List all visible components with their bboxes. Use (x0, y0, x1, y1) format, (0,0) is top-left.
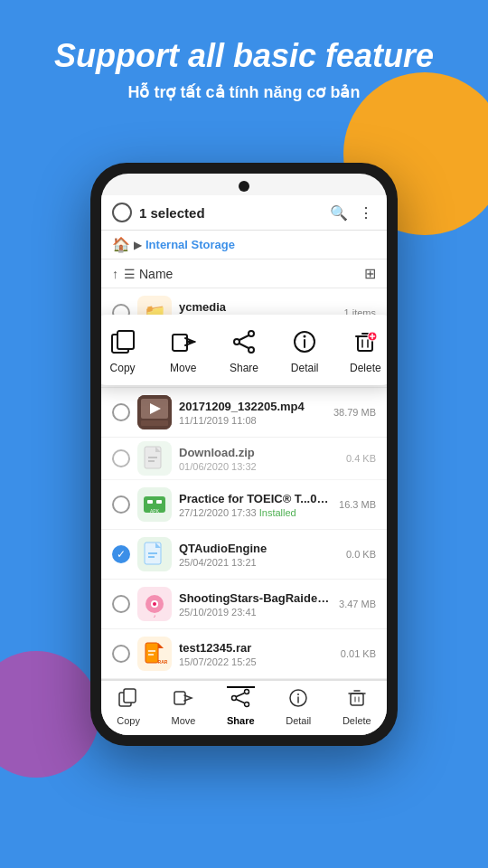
detail-label: Detail (291, 362, 319, 374)
file-size: 0.4 KB (346, 453, 376, 464)
list-item[interactable]: ♪ ShootingStars-BagRaiders-3048692.mp3 2… (101, 580, 387, 629)
bottom-detail-label: Detail (286, 715, 311, 726)
svg-rect-43 (145, 643, 158, 663)
file-icon (137, 441, 172, 476)
list-item[interactable]: Download.zip 01/06/2020 13:32 0.4 KB (101, 438, 387, 480)
file-name: ShootingStars-BagRaiders-3048692.mp3 (179, 591, 332, 605)
bottom-nav-copy[interactable]: Copy (117, 688, 140, 726)
item-checkbox[interactable] (112, 449, 130, 467)
toolbar-detail-button[interactable]: Detail (288, 326, 321, 374)
media-thumb (137, 395, 172, 429)
move-icon (167, 326, 200, 358)
audio-icon: ♪ (137, 587, 172, 621)
delete-icon (349, 326, 381, 358)
detail-icon (288, 326, 321, 358)
svg-line-55 (237, 700, 245, 703)
file-name: Practice for TOEIC® T...0_akpure.com.apk (179, 492, 332, 505)
svg-rect-5 (117, 331, 134, 349)
file-meta: 25/04/2021 13:21 (179, 557, 339, 568)
bottom-nav-move[interactable]: Move (172, 688, 196, 726)
bottom-nav-share[interactable]: Share (227, 686, 255, 726)
list-item[interactable]: 20171209_132205.mp4 11/11/2019 11:08 38.… (101, 388, 387, 438)
file-icon (137, 537, 172, 571)
svg-point-52 (245, 703, 249, 707)
header-circle[interactable] (112, 203, 132, 222)
rar-icon: RAR (137, 637, 172, 671)
svg-point-53 (232, 696, 237, 701)
move-label: Move (170, 362, 196, 374)
svg-point-10 (234, 339, 239, 344)
file-size: 0.01 KB (341, 648, 376, 659)
list-item[interactable]: RAR test12345.rar 15/07/2022 15:25 0.01 … (101, 629, 387, 679)
copy-icon (107, 326, 139, 358)
delete-label: Delete (350, 362, 381, 374)
share-icon (228, 326, 260, 358)
grid-view-icon[interactable]: ⊞ (364, 265, 376, 282)
svg-text:APK: APK (150, 508, 160, 514)
breadcrumb-current[interactable]: Internal Storage (145, 238, 235, 251)
svg-line-54 (237, 693, 245, 697)
bottom-copy-icon (118, 688, 138, 712)
bottom-move-icon (174, 688, 193, 712)
more-options-icon[interactable]: ⋮ (356, 203, 376, 222)
bottom-move-label: Move (172, 715, 196, 726)
bottom-nav: Copy Move (101, 679, 387, 735)
toolbar-move-button[interactable]: Move (167, 326, 200, 374)
svg-rect-59 (351, 693, 363, 705)
file-list-lower: Download.zip 01/06/2020 13:32 0.4 KB (101, 438, 387, 679)
bottom-detail-icon (288, 688, 308, 712)
file-name: QTAudioEngine (179, 542, 339, 555)
home-icon[interactable]: 🏠 (112, 236, 130, 253)
share-label: Share (230, 362, 258, 374)
bottom-share-icon (230, 688, 250, 712)
bottom-nav-delete[interactable]: Delete (343, 688, 371, 726)
sort-up-icon[interactable]: ↑ (112, 267, 118, 281)
toolbar-delete-button[interactable]: Delete (349, 326, 381, 374)
file-name: test12345.rar (179, 641, 333, 655)
bg-circle-purple (0, 651, 99, 778)
file-meta: 01/06/2020 13:32 (179, 461, 339, 472)
bottom-nav-detail[interactable]: Detail (286, 688, 311, 726)
sort-bar: ↑ ☰ Name ⊞ (101, 259, 387, 288)
file-size: 38.79 MB (333, 407, 376, 418)
file-size: 0.0 KB (346, 549, 376, 560)
svg-point-40 (153, 602, 156, 606)
apk-icon: APK (137, 487, 172, 522)
file-meta: 25/10/2019 23:41 (179, 607, 332, 618)
svg-point-51 (245, 690, 249, 694)
bottom-delete-label: Delete (343, 715, 371, 726)
hero-subtitle: Hỗ trợ tất cả tính năng cơ bản (18, 82, 470, 102)
svg-point-8 (249, 331, 254, 336)
list-item[interactable]: APK Practice for TOEIC® T...0_akpure.com… (101, 480, 387, 530)
fm-header: 1 selected 🔍 ⋮ (101, 195, 387, 231)
svg-rect-49 (124, 689, 136, 703)
svg-line-12 (239, 344, 249, 348)
item-checkbox[interactable] (112, 403, 130, 421)
toolbar-share-button[interactable]: Share (228, 326, 260, 374)
item-checkbox[interactable] (112, 595, 130, 613)
file-name: Download.zip (179, 446, 339, 459)
svg-point-58 (297, 693, 299, 695)
file-name: ycmedia (179, 300, 337, 314)
item-checkbox[interactable] (112, 545, 130, 563)
phone-notch (239, 181, 249, 192)
search-icon[interactable]: 🔍 (329, 203, 349, 222)
bottom-copy-label: Copy (117, 715, 140, 726)
svg-point-9 (249, 347, 254, 353)
phone-mockup: 1 selected 🔍 ⋮ 🏠 ▶ Internal Storage ↑ ☰ … (90, 163, 398, 746)
file-size: 16.3 MB (339, 499, 376, 510)
svg-point-15 (304, 335, 306, 338)
file-name: 20171209_132205.mp4 (179, 400, 326, 413)
breadcrumb: 🏠 ▶ Internal Storage (101, 231, 387, 259)
svg-line-11 (239, 335, 249, 340)
item-checkbox[interactable] (112, 645, 130, 663)
sort-label[interactable]: Name (139, 267, 364, 281)
list-item[interactable]: QTAudioEngine 25/04/2021 13:21 0.0 KB (101, 530, 387, 580)
context-toolbar: Copy Move (101, 315, 387, 385)
svg-rect-3 (141, 420, 168, 426)
hero-section: Support all basic feature Hỗ trợ tất cả … (0, 0, 488, 120)
breadcrumb-arrow: ▶ (134, 239, 142, 251)
item-checkbox[interactable] (112, 495, 130, 514)
svg-rect-30 (147, 500, 153, 504)
toolbar-copy-button[interactable]: Copy (107, 326, 139, 374)
